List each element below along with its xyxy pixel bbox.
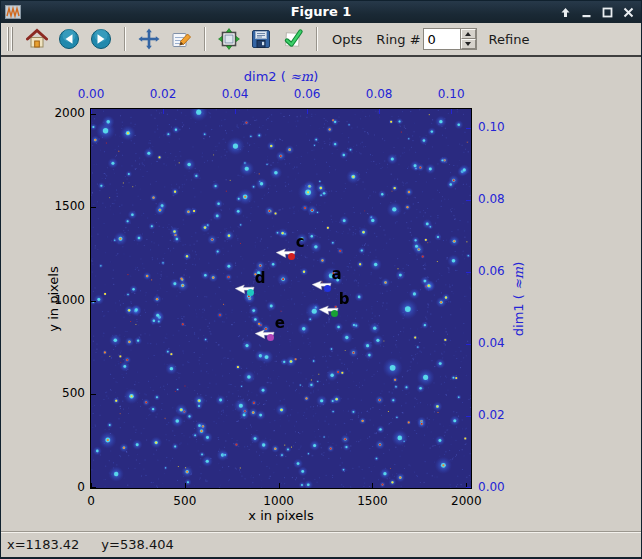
minimize-button[interactable]: [579, 5, 593, 19]
y-tick-label: 2000: [29, 106, 85, 120]
forward-icon: [90, 28, 112, 50]
window-title: Figure 1: [1, 1, 641, 23]
toolbar: Opts Ring # Refine: [1, 23, 641, 57]
top-tick-label: 0.10: [438, 87, 465, 101]
y-axis-label: y in pixels: [46, 266, 61, 331]
ring-number-input[interactable]: [424, 29, 460, 49]
spin-up-button[interactable]: [461, 29, 476, 39]
figure-canvas-area: abcde 050010001500200005001000150020000.…: [1, 59, 641, 531]
right-tick-label: 0.10: [478, 120, 505, 134]
y-tick-label: 0: [29, 480, 85, 494]
forward-button[interactable]: [86, 25, 116, 53]
toolbar-grip[interactable]: [7, 27, 15, 51]
top-tick-label: 0.08: [366, 87, 393, 101]
home-button[interactable]: [22, 25, 52, 53]
y-tick-label: 1500: [29, 199, 85, 213]
save-button[interactable]: [246, 25, 276, 53]
top-axis-label: dim2 ( ≈m): [244, 69, 318, 84]
point-label-d: d: [255, 271, 266, 286]
diffraction-image[interactable]: [91, 109, 471, 488]
back-button[interactable]: [54, 25, 84, 53]
point-label-c: c: [296, 235, 305, 250]
point-dot-e: [267, 334, 274, 341]
x-tick-label: 500: [173, 494, 196, 508]
cursor-y-readout: y=538.404: [101, 537, 173, 552]
right-axis-label: dim1 ( ≈m): [511, 262, 526, 336]
refine-button[interactable]: Refine: [477, 32, 537, 47]
check-icon: [282, 28, 304, 50]
title-bar[interactable]: Figure 1: [1, 1, 641, 23]
window-controls: [558, 1, 635, 23]
top-tick-label: 0.00: [78, 87, 105, 101]
status-bar: x=1183.42 y=538.404: [1, 531, 641, 557]
right-tick-label: 0.00: [478, 480, 505, 494]
matplotlib-window-icon: [4, 4, 22, 20]
pan-button[interactable]: [134, 25, 164, 53]
top-tick-label: 0.06: [294, 87, 321, 101]
x-tick-label: 2000: [451, 494, 482, 508]
right-tick-label: 0.04: [478, 336, 505, 350]
top-tick-label: 0.02: [150, 87, 177, 101]
x-axis-label: x in pixels: [248, 508, 313, 523]
subplots-icon: [218, 28, 240, 50]
toolbar-separator: [124, 27, 126, 51]
plot-area: abcde: [90, 108, 472, 489]
home-icon: [26, 28, 48, 50]
point-dot-a: [324, 285, 331, 292]
edit-note-icon: [170, 28, 192, 50]
spin-down-button[interactable]: [461, 39, 476, 49]
right-tick-label: 0.08: [478, 192, 505, 206]
back-icon: [58, 28, 80, 50]
spin-down-icon: [465, 42, 471, 46]
point-label-a: a: [332, 267, 342, 282]
opts-button[interactable]: Opts: [325, 32, 369, 47]
point-label-e: e: [275, 316, 285, 331]
shade-button[interactable]: [558, 5, 572, 19]
pan-icon: [138, 28, 160, 50]
x-tick-label: 1500: [357, 494, 388, 508]
zoom-edit-button[interactable]: [166, 25, 196, 53]
cursor-x-readout: x=1183.42: [7, 537, 79, 552]
ring-number-label: Ring #: [369, 32, 422, 47]
figure-window: Figure 1: [0, 0, 642, 559]
save-icon: [250, 28, 272, 50]
subplots-button[interactable]: [214, 25, 244, 53]
right-tick-label: 0.02: [478, 408, 505, 422]
toolbar-separator: [316, 27, 318, 51]
close-button[interactable]: [621, 5, 635, 19]
toolbar-separator: [204, 27, 206, 51]
top-tick-label: 0.04: [222, 87, 249, 101]
point-label-b: b: [339, 292, 350, 307]
x-tick-label: 0: [87, 494, 95, 508]
ring-number-spinbox: [423, 28, 477, 50]
x-tick-label: 1000: [263, 494, 294, 508]
spin-up-icon: [465, 32, 471, 36]
right-tick-label: 0.06: [478, 264, 505, 278]
apply-button[interactable]: [278, 25, 308, 53]
point-dot-b: [331, 310, 338, 317]
maximize-button[interactable]: [600, 5, 614, 19]
y-tick-label: 500: [29, 386, 85, 400]
